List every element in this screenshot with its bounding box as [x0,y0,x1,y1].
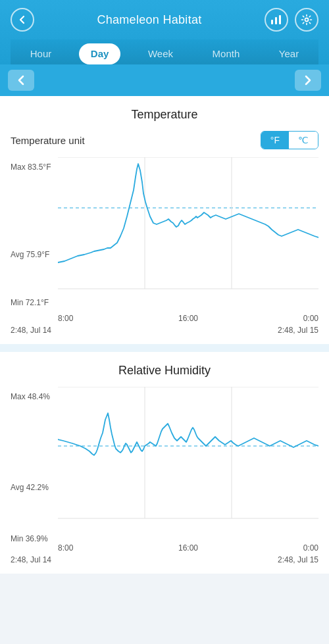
tab-week[interactable]: Week [136,43,185,64]
hum-date-end: 2:48, Jul 15 [278,555,318,564]
temperature-svg-area [58,157,318,311]
temp-date-start: 2:48, Jul 14 [11,326,51,335]
app-header: Chameleon Habitat Hour Day Week Month Ye… [0,0,329,64]
svg-point-3 [305,18,308,22]
tab-bar: Hour Day Week Month Year [11,39,318,64]
unit-label: Temperature unit [11,135,85,146]
header-icons [265,8,318,32]
temperature-y-labels: Max 83.5°F Avg 75.9°F Min 72.1°F [11,162,57,307]
humidity-section: Relative Humidity Max 48.4% Avg 42.2% Mi… [0,352,329,574]
tab-year[interactable]: Year [267,43,311,64]
hum-min-label: Min 36.9% [11,534,57,543]
unit-c-button[interactable]: ℃ [289,132,318,149]
hum-x2: 16:00 [178,543,198,553]
next-button[interactable] [295,70,321,91]
humidity-chart-wrapper: Max 48.4% Avg 42.2% Min 36.9% 8:00 16:00… [11,387,318,564]
humidity-y-labels: Max 48.4% Avg 42.2% Min 36.9% [11,392,57,543]
temperature-section: Temperature Temperature unit °F ℃ Max 83… [0,96,329,344]
hum-avg-label: Avg 42.2% [11,483,57,492]
hum-x3: 0:00 [303,543,318,553]
unit-f-button[interactable]: °F [261,132,289,149]
tab-month[interactable]: Month [201,43,252,64]
svg-rect-2 [279,15,281,24]
temperature-title: Temperature [11,108,318,122]
temp-avg-label: Avg 75.9°F [11,250,57,259]
humidity-title: Relative Humidity [11,364,318,378]
temp-date-end: 2:48, Jul 15 [278,326,318,335]
hum-x1: 8:00 [58,543,73,553]
temperature-x-labels: 8:00 16:00 0:00 [58,314,318,323]
back-button[interactable] [11,8,34,32]
unit-row: Temperature unit °F ℃ [11,131,318,149]
settings-icon-button[interactable] [295,8,318,32]
temperature-chart-wrapper: Max 83.5°F Avg 75.9°F Min 72.1°F 8:00 16… [11,157,318,335]
humidity-chart [58,387,318,538]
temp-max-label: Max 83.5°F [11,162,57,172]
temp-x3: 0:00 [303,314,318,323]
temp-min-label: Min 72.1°F [11,298,57,307]
humidity-svg-area [58,387,318,541]
tab-hour[interactable]: Hour [18,43,64,64]
header-title: Chameleon Habitat [97,13,201,27]
humidity-x-labels: 8:00 16:00 0:00 [58,543,318,553]
date-nav [0,64,329,96]
divider [0,344,329,352]
svg-rect-0 [271,20,273,24]
svg-rect-1 [275,17,277,24]
unit-toggle: °F ℃ [261,131,318,149]
chart-icon-button[interactable] [265,8,288,32]
tab-day[interactable]: Day [79,43,121,64]
temperature-chart [58,157,318,309]
header-top: Chameleon Habitat [11,8,318,39]
hum-max-label: Max 48.4% [11,392,57,401]
temperature-dates: 2:48, Jul 14 2:48, Jul 15 [11,326,318,335]
humidity-dates: 2:48, Jul 14 2:48, Jul 15 [11,555,318,564]
temp-x1: 8:00 [58,314,73,323]
prev-button[interactable] [8,70,34,91]
temp-x2: 16:00 [178,314,198,323]
hum-date-start: 2:48, Jul 14 [11,555,51,564]
